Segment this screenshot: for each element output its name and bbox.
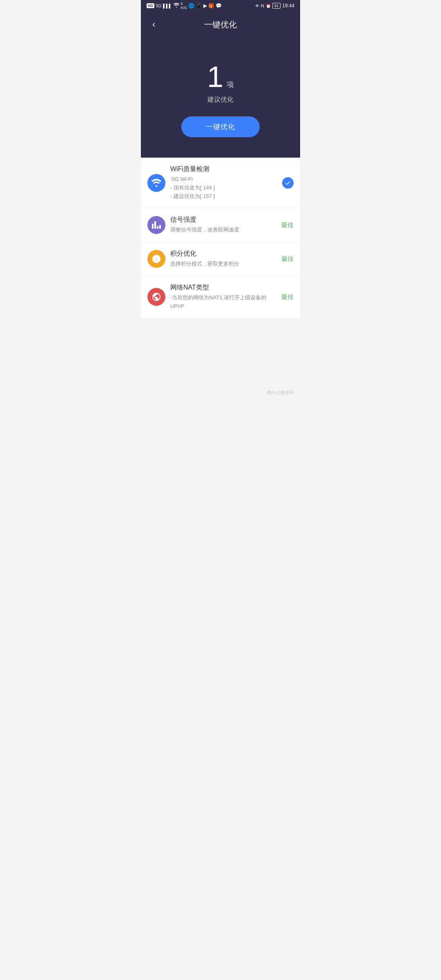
wifi-item-icon bbox=[147, 174, 165, 192]
header-nav: ‹ 一键优化 bbox=[149, 16, 292, 33]
stats-count-row: 1 项 bbox=[141, 62, 300, 91]
status-right: 👁 N ⏰ 91 19:44 bbox=[255, 3, 294, 9]
status-left: HD 5G ▌▌▌ 0K/S 🌐 📱 ▶ 🎁 💬 bbox=[147, 2, 222, 10]
list-item-wifi[interactable]: WiFi质量检测 ·5G Wi-Fi - 现有信道为[ 149 ] - 建议优化… bbox=[141, 158, 300, 208]
back-button[interactable]: ‹ bbox=[149, 18, 158, 31]
signal-bars: ▌▌▌ bbox=[163, 4, 172, 8]
eye-icon: 👁 bbox=[255, 4, 259, 8]
header-area: ‹ 一键优化 bbox=[141, 11, 300, 50]
stats-number: 1 bbox=[207, 62, 223, 91]
signal-item-title: 信号强度 bbox=[170, 216, 277, 224]
signal-5g: 5G bbox=[156, 4, 161, 8]
app-icons: 🌐 📱 ▶ 🎁 💬 bbox=[188, 3, 222, 9]
hd-icon: HD bbox=[147, 3, 154, 8]
list-area: WiFi质量检测 ·5G Wi-Fi - 现有信道为[ 149 ] - 建议优化… bbox=[141, 158, 300, 318]
network-status: 最佳 bbox=[281, 293, 294, 301]
bottom-area: 佰什么值得买 bbox=[141, 318, 300, 400]
stats-area: 1 项 建议优化 一键优化 bbox=[141, 50, 300, 158]
signal-item-icon bbox=[147, 216, 165, 234]
network-item-desc: -当前您的网络为NAT1,请打开上级设备的UPnP bbox=[170, 294, 277, 311]
status-bar: HD 5G ▌▌▌ 0K/S 🌐 📱 ▶ 🎁 💬 👁 N ⏰ 91 19:44 bbox=[141, 0, 300, 11]
score-item-title: 积分优化 bbox=[170, 249, 277, 258]
list-item-signal[interactable]: 信号强度 调整信号强度，改善联网速度 最佳 bbox=[141, 208, 300, 242]
page-title: 一键优化 bbox=[204, 19, 237, 30]
watermark: 佰什么值得买 bbox=[267, 390, 294, 396]
alarm-icon: ⏰ bbox=[266, 4, 271, 8]
score-status: 最佳 bbox=[281, 255, 294, 263]
list-item-score[interactable]: 积分优化 选择积分模式，获取更多积分 最佳 bbox=[141, 242, 300, 276]
wifi-check-icon bbox=[282, 177, 294, 189]
stats-unit: 项 bbox=[227, 80, 234, 89]
wifi-item-title: WiFi质量检测 bbox=[170, 165, 278, 174]
battery-icon: 91 bbox=[272, 3, 281, 9]
score-item-content: 积分优化 选择积分模式，获取更多积分 bbox=[170, 249, 277, 268]
nfc-icon: N bbox=[261, 3, 264, 8]
one-key-optimize-button[interactable]: 一键优化 bbox=[181, 116, 260, 137]
signal-status: 最佳 bbox=[281, 221, 294, 229]
data-speed: 0K/S bbox=[181, 2, 187, 10]
signal-item-desc: 调整信号强度，改善联网速度 bbox=[170, 226, 277, 234]
stats-subtitle: 建议优化 bbox=[141, 96, 300, 104]
wifi-item-desc: ·5G Wi-Fi - 现有信道为[ 149 ] - 建议优化为[ 157 ] bbox=[170, 175, 278, 200]
wifi-icon bbox=[174, 3, 179, 9]
network-item-content: 网络NAT类型 -当前您的网络为NAT1,请打开上级设备的UPnP bbox=[170, 283, 277, 311]
score-item-icon bbox=[147, 250, 165, 268]
wifi-item-content: WiFi质量检测 ·5G Wi-Fi - 现有信道为[ 149 ] - 建议优化… bbox=[170, 165, 278, 200]
network-item-title: 网络NAT类型 bbox=[170, 283, 277, 292]
network-item-icon bbox=[147, 288, 165, 306]
score-item-desc: 选择积分模式，获取更多积分 bbox=[170, 260, 277, 268]
time-display: 19:44 bbox=[282, 3, 294, 9]
signal-item-content: 信号强度 调整信号强度，改善联网速度 bbox=[170, 216, 277, 234]
list-item-network[interactable]: 网络NAT类型 -当前您的网络为NAT1,请打开上级设备的UPnP 最佳 bbox=[141, 276, 300, 318]
